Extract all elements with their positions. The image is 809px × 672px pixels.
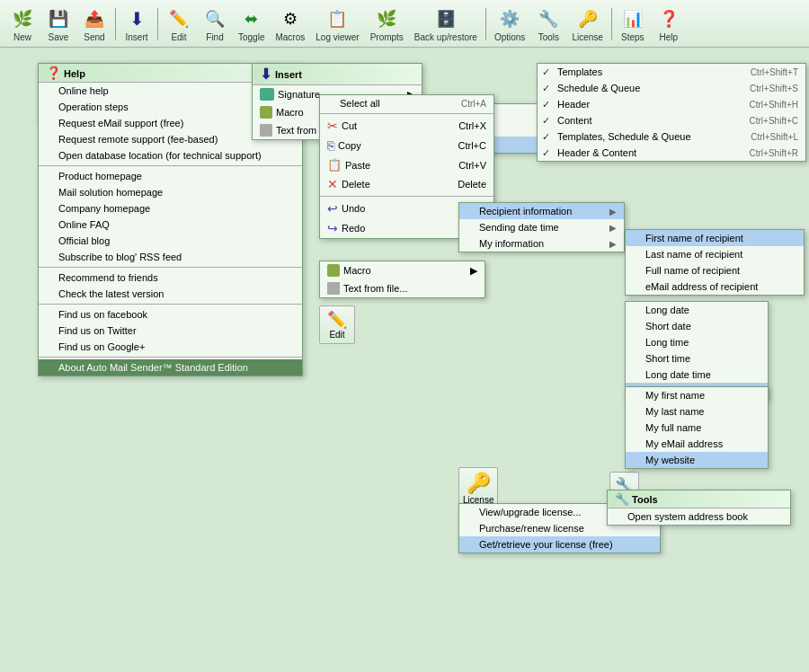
help-sep1 [39, 165, 302, 166]
toggle-templates[interactable]: ✓ Templates Ctrl+Shift+T [538, 64, 805, 80]
find-facebook[interactable]: Find us on facebook [39, 306, 302, 323]
edit-btn-icon: ✏️ [327, 310, 347, 330]
edit-sep2 [320, 196, 493, 197]
cut-icon: ✂ [327, 119, 338, 133]
my-information-item[interactable]: My information ▶ [459, 235, 624, 252]
short-time[interactable]: Short time [626, 350, 768, 367]
toggle-header-content[interactable]: ✓ Header & Content Ctrl+Shift+R [538, 145, 805, 161]
toolbar-find[interactable]: 🔍 Find [198, 4, 232, 45]
toolbar-options[interactable]: ⚙️ Options [490, 4, 529, 45]
toggle-header[interactable]: ✓ Header Ctrl+Shift+H [538, 96, 805, 112]
toolbar-save-label: Save [49, 32, 69, 42]
file-icon2 [327, 282, 340, 295]
toolbar-prompts[interactable]: 🌿 Prompts [366, 4, 408, 45]
toolbar-insert-label: Insert [125, 32, 147, 42]
edit-icon: ✏️ [166, 6, 191, 31]
toolbar-send[interactable]: 📤 Send [77, 4, 111, 45]
mail-solution-homepage[interactable]: Mail solution homepage [39, 184, 302, 200]
tools-icon: 🔧 [536, 6, 561, 31]
help-sep3 [39, 304, 302, 305]
file-small-icon [260, 124, 272, 137]
email-recipient[interactable]: eMail address of recipient [626, 279, 804, 295]
toolbar-edit-label: Edit [171, 32, 186, 42]
recipient-info-item[interactable]: Recipient information ▶ [459, 203, 624, 219]
steps-icon: 📊 [620, 6, 645, 31]
toolbar-insert[interactable]: ⬇ Insert [120, 4, 154, 45]
edit-macro[interactable]: Macro ▶ [320, 261, 485, 279]
online-faq[interactable]: Online FAQ [39, 217, 302, 233]
toggle-dropdown: ✓ Templates Ctrl+Shift+T ✓ Schedule & Qu… [537, 63, 806, 162]
tools-dropdown: 🔧 Tools Open system address book [607, 490, 791, 526]
toggle-icon: ⬌ [239, 6, 264, 31]
get-retrieve-license[interactable]: Get/retrieve your license (free) [459, 536, 660, 553]
my-last-name[interactable]: My last name [626, 403, 768, 420]
text-from-file-menu: Macro ▶ Text from file... [319, 261, 485, 298]
toolbar-backup[interactable]: 🗄️ Back up/restore [410, 4, 482, 45]
last-name-recipient[interactable]: Last name of recipient [626, 246, 804, 262]
first-name-recipient[interactable]: First name of recipient [626, 230, 804, 246]
about-app[interactable]: About Auto Mail Sender™ Standard Edition [39, 359, 302, 376]
official-blog[interactable]: Official blog [39, 233, 302, 249]
toolbar-logviewer[interactable]: 📋 Log viewer [311, 4, 363, 45]
my-full-name[interactable]: My full name [626, 420, 768, 436]
my-website[interactable]: My website [626, 452, 768, 468]
company-homepage[interactable]: Company homepage [39, 200, 302, 217]
macro-small-icon [260, 106, 272, 119]
edit-delete[interactable]: ✕ Delete Delete [320, 174, 493, 194]
separator [485, 8, 486, 40]
check-latest[interactable]: Check the latest version [39, 286, 302, 302]
undo-icon: ↩ [327, 201, 338, 216]
toggle-templates-schedule-queue[interactable]: ✓ Templates, Schedule & Queue Ctrl+Shift… [538, 128, 805, 145]
find-icon: 🔍 [202, 6, 227, 31]
open-database-location[interactable]: Open database location (for technical su… [39, 147, 302, 164]
toolbar-prompts-label: Prompts [370, 32, 404, 42]
edit-copy[interactable]: ⎘ Copy Ctrl+C [320, 136, 493, 155]
toolbar-find-label: Find [206, 32, 223, 42]
edit-paste[interactable]: 📋 Paste Ctrl+V [320, 155, 493, 174]
long-date[interactable]: Long date [626, 302, 768, 318]
toolbar-license[interactable]: 🔑 License [567, 4, 607, 45]
separator [157, 8, 158, 40]
find-googleplus[interactable]: Find us on Google+ [39, 339, 302, 355]
toolbar-toggle-label: Toggle [238, 32, 264, 42]
toolbar-steps-label: Steps [621, 32, 645, 42]
product-homepage[interactable]: Product homepage [39, 168, 302, 184]
open-address-book[interactable]: Open system address book [608, 508, 790, 525]
short-date[interactable]: Short date [626, 318, 768, 334]
toggle-schedule-queue[interactable]: ✓ Schedule & Queue Ctrl+Shift+S [538, 80, 805, 96]
toolbar-send-label: Send [84, 32, 104, 42]
myinfo-submenu: My first name My last name My full name … [625, 386, 769, 469]
edit-cut[interactable]: ✂ Cut Ctrl+X [320, 116, 493, 136]
toolbar-steps[interactable]: 📊 Steps [616, 4, 650, 45]
full-name-recipient[interactable]: Full name of recipient [626, 262, 804, 279]
tools-header: 🔧 Tools [608, 491, 790, 508]
toolbar-toggle[interactable]: ⬌ Toggle [234, 4, 269, 45]
toolbar-macros[interactable]: ⚙ Macros [271, 4, 309, 45]
toggle-content[interactable]: ✓ Content Ctrl+Shift+C [538, 112, 805, 128]
toolbar-tools-label: Tools [538, 32, 559, 42]
toolbar-new[interactable]: 🌿 New [5, 4, 40, 45]
options-icon: ⚙️ [497, 6, 522, 31]
toolbar-tools[interactable]: 🔧 Tools [531, 4, 565, 45]
my-first-name[interactable]: My first name [626, 387, 768, 403]
long-date-time[interactable]: Long date time [626, 367, 768, 383]
redo-icon: ↪ [327, 221, 338, 235]
recommend-friends[interactable]: Recommend to friends [39, 270, 302, 286]
edit-btn-label: Edit [329, 330, 344, 340]
toolbar-help[interactable]: ❓ Help [652, 4, 686, 45]
find-twitter[interactable]: Find us on Twitter [39, 323, 302, 339]
edit-text-from-file[interactable]: Text from file... [320, 279, 485, 297]
subscribe-rss[interactable]: Subscribe to blog' RSS feed [39, 249, 302, 265]
send-icon: 📤 [82, 6, 107, 31]
help-sep4 [39, 357, 302, 358]
signature-icon [260, 88, 274, 101]
my-email[interactable]: My eMail address [626, 436, 768, 452]
long-time[interactable]: Long time [626, 334, 768, 350]
edit-select-all[interactable]: Select all Ctrl+A [320, 95, 493, 111]
sending-date-time-item[interactable]: Sending date time ▶ [459, 219, 624, 235]
toolbar-save[interactable]: 💾 Save [41, 4, 76, 45]
sending-submenu: Long date Short date Long time Short tim… [625, 301, 769, 400]
toolbar-edit[interactable]: ✏️ Edit [162, 4, 196, 45]
toolbar-macros-label: Macros [275, 32, 305, 42]
edit-button-area[interactable]: ✏️ Edit [319, 305, 355, 344]
